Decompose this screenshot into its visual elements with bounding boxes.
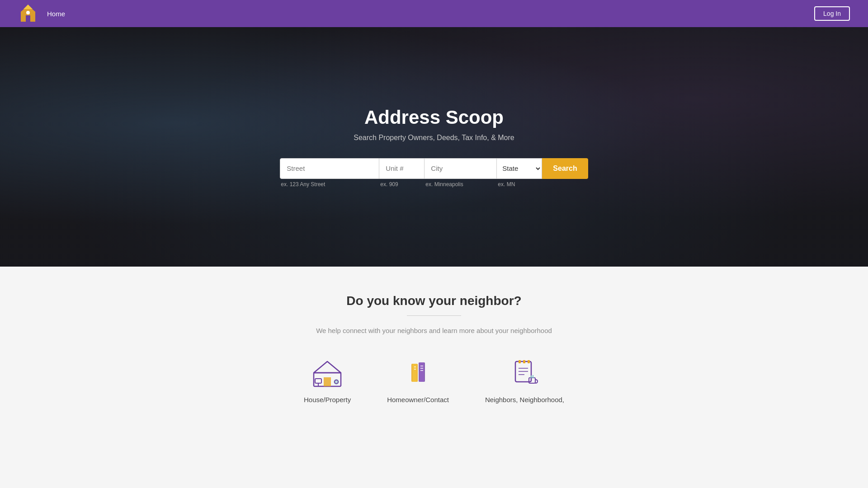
city-field: ex. Minneapolis bbox=[425, 158, 497, 188]
svg-rect-28 bbox=[530, 377, 534, 378]
state-hint: ex. MN bbox=[497, 181, 542, 188]
svg-marker-1 bbox=[24, 5, 33, 9]
notes-icon bbox=[509, 357, 540, 389]
navbar: Home Log In bbox=[0, 0, 868, 27]
svg-rect-14 bbox=[420, 362, 424, 382]
feature-neighbors-label: Neighbors, Neighborhood, bbox=[485, 396, 564, 404]
state-field: StateALAKAZARCACOCTDEFLGAHIIDILINIAKSKYL… bbox=[497, 158, 542, 188]
street-input[interactable] bbox=[280, 158, 379, 179]
feature-house-label: House/Property bbox=[304, 396, 351, 404]
svg-rect-22 bbox=[523, 360, 525, 363]
svg-point-3 bbox=[26, 11, 30, 14]
hero-content: Address Scoop Search Property Owners, De… bbox=[0, 107, 868, 188]
nav-left: Home bbox=[18, 4, 65, 23]
hero-section: Address Scoop Search Property Owners, De… bbox=[0, 27, 868, 267]
hero-title: Address Scoop bbox=[9, 107, 859, 128]
feature-house: House/Property bbox=[304, 357, 351, 404]
svg-rect-6 bbox=[324, 377, 331, 386]
feature-homeowner-label: Homeowner/Contact bbox=[387, 396, 449, 404]
feature-homeowner: Homeowner/Contact bbox=[387, 357, 449, 404]
street-hint: ex. 123 Any Street bbox=[280, 181, 379, 188]
search-button[interactable]: Search bbox=[542, 158, 588, 179]
state-select[interactable]: StateALAKAZARCACOCTDEFLGAHIIDILINIAKSKYL… bbox=[497, 158, 542, 179]
logo-icon bbox=[18, 4, 38, 23]
unit-input[interactable] bbox=[379, 158, 425, 179]
lower-title: Do you know your neighbor? bbox=[18, 294, 850, 308]
city-input[interactable] bbox=[425, 158, 497, 179]
svg-rect-21 bbox=[519, 360, 521, 363]
lower-section: Do you know your neighbor? We help conne… bbox=[0, 267, 868, 431]
lower-subtitle: We help connect with your neighbors and … bbox=[18, 327, 850, 334]
svg-rect-23 bbox=[528, 360, 530, 363]
features-grid: House/Property Homeowner/Contact bbox=[18, 357, 850, 404]
feature-neighbors: Neighbors, Neighborhood, bbox=[485, 357, 564, 404]
unit-hint: ex. 909 bbox=[379, 181, 425, 188]
svg-marker-5 bbox=[314, 361, 341, 373]
login-button[interactable]: Log In bbox=[814, 6, 850, 21]
search-bar: ex. 123 Any Street ex. 909 ex. Minneapol… bbox=[9, 158, 859, 188]
hero-subtitle: Search Property Owners, Deeds, Tax Info,… bbox=[9, 134, 859, 142]
book-icon bbox=[402, 357, 434, 389]
svg-rect-7 bbox=[315, 379, 321, 383]
home-nav-link[interactable]: Home bbox=[47, 10, 65, 18]
street-field: ex. 123 Any Street bbox=[280, 158, 379, 188]
house-icon bbox=[311, 357, 343, 389]
svg-rect-2 bbox=[26, 15, 30, 22]
unit-field: ex. 909 bbox=[379, 158, 425, 188]
lower-divider bbox=[407, 315, 461, 316]
svg-rect-12 bbox=[412, 364, 417, 382]
city-hint: ex. Minneapolis bbox=[425, 181, 497, 188]
